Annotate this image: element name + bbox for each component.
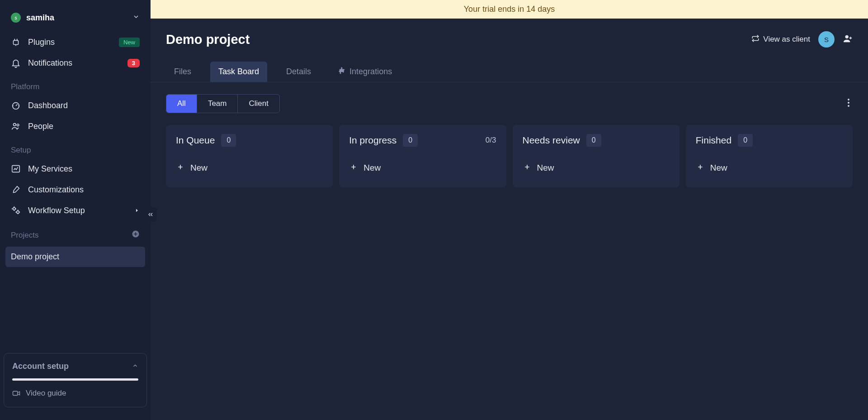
column-in-queue: In Queue 0 New [166, 125, 333, 187]
sidebar-item-people[interactable]: People [0, 116, 151, 137]
plus-icon [697, 163, 704, 173]
plus-icon [350, 163, 357, 173]
chevron-right-icon [134, 208, 140, 213]
column-header: In Queue 0 [176, 134, 323, 147]
tab-integrations[interactable]: Integrations [330, 61, 400, 82]
svg-point-11 [848, 99, 849, 100]
filter-label: All [177, 99, 186, 108]
filter-client[interactable]: Client [238, 95, 279, 113]
svg-rect-0 [14, 40, 19, 44]
chevron-down-icon [132, 13, 140, 22]
column-count: 0 [403, 134, 418, 147]
sidebar-bottom: Account setup Video guide [0, 353, 151, 420]
new-task-button[interactable]: New [176, 160, 323, 176]
column-header: Needs review 0 [523, 134, 670, 147]
tab-label: Integrations [349, 67, 392, 76]
projects-header: Projects [0, 221, 151, 244]
section-label-projects: Projects [11, 231, 132, 240]
project-name: Demo project [11, 252, 59, 261]
filter-team[interactable]: Team [197, 95, 238, 113]
column-finished: Finished 0 New [686, 125, 853, 187]
new-task-button[interactable]: New [696, 160, 843, 176]
kanban-columns: In Queue 0 New In progress 0 0/3 New [166, 125, 853, 187]
invite-user-button[interactable] [843, 33, 853, 45]
sidebar-item-dashboard[interactable]: Dashboard [0, 95, 151, 116]
tab-task-board[interactable]: Task Board [210, 62, 267, 82]
new-label: New [537, 163, 554, 173]
column-in-progress: In progress 0 0/3 New [339, 125, 506, 187]
brush-icon [11, 185, 22, 195]
new-task-button[interactable]: New [349, 160, 496, 176]
notification-count-badge: 3 [127, 59, 140, 67]
plus-icon [177, 163, 184, 173]
tab-label: Details [286, 67, 311, 76]
project-item-demo[interactable]: Demo project [5, 247, 145, 267]
column-header: In progress 0 0/3 [349, 134, 496, 147]
filter-segment: All Team Client [166, 94, 280, 113]
main: Your trial ends in 14 days Demo project … [151, 0, 868, 420]
new-label: New [363, 163, 381, 173]
sidebar: s samiha Plugins New Notifications 3 Pla… [0, 0, 151, 420]
sidebar-item-customizations[interactable]: Customizations [0, 179, 151, 200]
account-setup-card[interactable]: Account setup Video guide [4, 353, 147, 407]
bell-icon [11, 58, 22, 68]
filter-row: All Team Client [166, 94, 853, 113]
column-count: 0 [586, 134, 601, 147]
svg-point-6 [17, 211, 19, 214]
column-needs-review: Needs review 0 New [513, 125, 679, 187]
tabs: Files Task Board Details Integrations [151, 53, 868, 82]
filter-label: Client [249, 99, 268, 108]
sidebar-item-label: Notifications [28, 58, 127, 68]
view-as-client-button[interactable]: View as client [751, 34, 810, 45]
svg-point-10 [845, 35, 849, 38]
sidebar-item-label: My Services [28, 164, 140, 174]
sidebar-item-plugins[interactable]: Plugins New [0, 32, 151, 52]
sidebar-item-services[interactable]: My Services [0, 158, 151, 179]
sidebar-item-label: Customizations [28, 185, 140, 195]
trial-banner: Your trial ends in 14 days [151, 0, 868, 19]
plus-icon [524, 163, 531, 173]
column-limit: 0/3 [486, 136, 496, 145]
chevron-up-icon [132, 363, 138, 371]
video-guide-label: Video guide [26, 389, 66, 398]
new-task-button[interactable]: New [523, 160, 670, 176]
account-setup-title: Account setup [12, 362, 132, 371]
collapse-sidebar-button[interactable] [144, 207, 157, 222]
section-label-setup: Setup [0, 137, 151, 158]
svg-point-5 [13, 208, 15, 210]
filter-all[interactable]: All [166, 95, 197, 113]
video-icon [12, 389, 22, 397]
people-icon [11, 121, 22, 131]
add-project-button[interactable] [132, 230, 140, 240]
chart-icon [11, 164, 22, 174]
user-avatar-initial: s [15, 15, 17, 20]
board-menu-button[interactable] [844, 95, 853, 112]
column-title: In Queue [176, 135, 215, 146]
column-title: In progress [349, 135, 396, 146]
svg-marker-7 [136, 209, 138, 212]
dashboard-icon [11, 100, 22, 110]
user-menu[interactable]: s samiha [0, 0, 151, 32]
svg-point-3 [17, 124, 19, 126]
current-user-avatar[interactable]: S [818, 31, 835, 48]
svg-rect-9 [13, 391, 18, 396]
plug-icon [11, 37, 22, 47]
sidebar-item-notifications[interactable]: Notifications 3 [0, 52, 151, 73]
video-guide-link[interactable]: Video guide [12, 389, 138, 398]
column-header: Finished 0 [696, 134, 843, 147]
column-count: 0 [221, 134, 236, 147]
tab-details[interactable]: Details [278, 62, 319, 82]
column-title: Needs review [523, 135, 580, 146]
page-title: Demo project [166, 32, 751, 47]
sidebar-item-workflow[interactable]: Workflow Setup [0, 200, 151, 221]
svg-point-2 [14, 124, 16, 126]
new-label: New [190, 163, 208, 173]
filter-label: Team [208, 99, 227, 108]
swap-icon [751, 34, 760, 45]
avatar-initial: S [824, 36, 829, 43]
tab-label: Task Board [218, 67, 259, 76]
section-label-platform: Platform [0, 73, 151, 95]
tab-files[interactable]: Files [166, 62, 199, 82]
sidebar-item-label: People [28, 122, 140, 131]
column-count: 0 [738, 134, 753, 147]
